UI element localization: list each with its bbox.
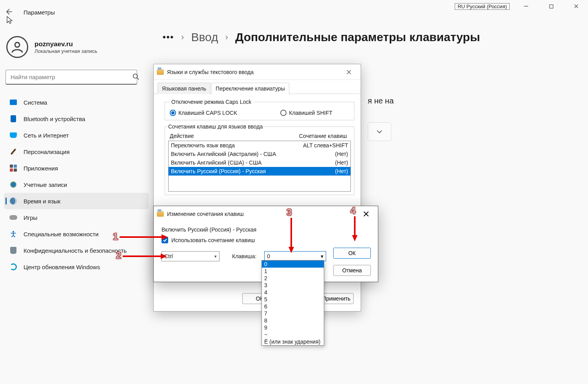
radio-icon (170, 110, 176, 116)
sidebar-item-label: Сеть и Интернет (24, 132, 69, 139)
tab-language-bar[interactable]: Языковая панель (158, 83, 211, 94)
use-hotkey-checkbox[interactable]: Использовать сочетание клавиш (162, 237, 370, 243)
hotkey-row-selected[interactable]: Включить Русский (Россия) - Русская(Нет) (169, 167, 350, 176)
sidebar-item-label: Специальные возможности (24, 231, 99, 237)
sidebar-item-label: Время и язык (24, 198, 60, 205)
annotation-number-4: 4 (350, 205, 356, 216)
svg-point-5 (15, 42, 20, 47)
sidebar-item-label: Учетные записи (24, 181, 67, 188)
sidebar-item-system[interactable]: Система (4, 94, 149, 110)
chevron-down-icon: ▾ (321, 253, 323, 259)
modifier-combobox[interactable]: Ctrl ▾ (162, 251, 220, 261)
svg-marker-14 (162, 234, 168, 240)
annotation-arrow-icon (287, 216, 295, 254)
sidebar-item-label: Bluetooth и устройства (24, 116, 85, 122)
search-input[interactable] (5, 70, 137, 85)
dropdown-option[interactable]: 6 (262, 303, 324, 310)
sidebar-item-windows-update[interactable]: Центр обновления Windows (4, 259, 149, 275)
brush-icon (9, 148, 17, 156)
hotkeys-legend: Сочетания клавиш для языков ввода (168, 123, 263, 130)
svg-point-6 (133, 74, 138, 78)
dialog1-apply-button[interactable]: Применить (319, 293, 354, 304)
key-dropdown-list[interactable]: 0 1 2 3 4 5 6 7 8 9 ~ Ё (или знак ударен… (261, 260, 324, 346)
hotkey-row[interactable]: Включить Английский (Австралия) - США(Не… (169, 150, 350, 158)
dropdown-option[interactable]: 3 (262, 282, 324, 289)
close-button[interactable] (358, 208, 375, 220)
dropdown-option[interactable]: 2 (262, 275, 324, 282)
sidebar-item-time-language[interactable]: Время и язык (4, 193, 149, 209)
sidebar-item-label: Система (24, 99, 47, 106)
dialog2-cancel-button[interactable]: Отмена (333, 265, 371, 276)
close-button[interactable] (340, 66, 358, 78)
svg-marker-18 (289, 247, 294, 253)
dialog2-ok-button[interactable]: ОК (333, 248, 371, 259)
breadcrumb-link-typing[interactable]: Ввод (191, 31, 218, 44)
minimize-button[interactable] (517, 1, 535, 12)
hotkey-row[interactable]: Включить Английский (США) - США(Нет) (169, 158, 350, 167)
expander-button[interactable] (368, 122, 391, 141)
dialog-title: Языки и службы текстового ввода (167, 69, 254, 75)
language-indicator[interactable]: RU Русский (Россия) (455, 3, 510, 10)
account-icon (9, 181, 17, 188)
dialog2-subtitle: Включить Русский (Россия) - Русская (162, 226, 370, 233)
sidebar-item-label: Персонализация (24, 149, 70, 155)
chevron-right-icon: › (181, 32, 184, 42)
dropdown-option[interactable]: 5 (262, 296, 324, 303)
annotation-number-3: 3 (287, 207, 292, 218)
column-action: Действие (170, 133, 283, 139)
column-hotkey: Сочетание клавиш (283, 133, 349, 139)
sidebar-item-apps[interactable]: Приложения (4, 160, 149, 176)
dropdown-option[interactable]: 7 (262, 310, 324, 317)
sidebar-item-bluetooth[interactable]: Bluetooth и устройства (4, 110, 149, 127)
breadcrumb-more[interactable]: ••• (163, 32, 174, 42)
hotkeys-group: Сочетания клавиш для языков ввода Действ… (165, 123, 354, 195)
gamepad-icon (9, 214, 17, 221)
radio-capslock-key[interactable]: Клавишей CAPS LOCK (170, 110, 237, 116)
update-icon (9, 263, 17, 271)
svg-marker-16 (161, 254, 167, 259)
user-subtitle: Локальная учетная запись (34, 48, 97, 54)
svg-marker-20 (352, 235, 358, 241)
svg-rect-1 (550, 5, 553, 8)
dropdown-option[interactable]: 9 (262, 324, 324, 331)
keyboard-glyph-icon (157, 69, 164, 75)
tab-keyboard-switch[interactable]: Переключение клавиатуры (211, 83, 289, 94)
svg-point-8 (13, 231, 14, 233)
breadcrumb: ••• › Ввод › Дополнительные параметры кл… (163, 31, 588, 44)
chevron-down-icon: ▾ (214, 254, 217, 259)
apps-icon (9, 164, 17, 172)
os-close-button[interactable] (568, 1, 585, 12)
radio-label: Клавишей CAPS LOCK (178, 110, 237, 116)
user-account-block[interactable]: poznyaev.ru Локальная учетная запись (4, 34, 149, 66)
sidebar-item-gaming[interactable]: Игры (4, 209, 149, 226)
dropdown-option[interactable]: 1 (262, 268, 324, 275)
dropdown-option[interactable]: 4 (262, 289, 324, 296)
accessibility-icon (9, 230, 17, 238)
annotation-arrow-icon (351, 215, 359, 242)
sidebar-item-label: Центр обновления Windows (24, 264, 100, 270)
dropdown-option[interactable]: 0 (262, 261, 324, 268)
dropdown-option[interactable]: Ё (или знак ударения) (262, 338, 324, 345)
dropdown-option[interactable]: 8 (262, 317, 324, 324)
hotkey-row[interactable]: Переключить язык вводаALT слева+SHIFT (169, 141, 350, 150)
capslock-group: Отключение режима Caps Lock Клавишей CAP… (165, 99, 354, 120)
wifi-icon (9, 131, 17, 139)
radio-shift-key[interactable]: Клавишей SHIFT (280, 110, 332, 116)
maximize-button[interactable] (543, 1, 560, 12)
hotkeys-list[interactable]: Переключить язык вводаALT слева+SHIFT Вк… (168, 141, 351, 192)
annotation-number-2: 2 (116, 250, 121, 261)
dropdown-option[interactable]: ~ (262, 331, 324, 338)
sidebar-item-label: Конфиденциальность и безопасность (24, 247, 129, 254)
page-title: Дополнительные параметры клавиатуры (235, 31, 480, 44)
capslock-legend: Отключение режима Caps Lock (170, 99, 253, 105)
sidebar-item-accounts[interactable]: Учетные записи (4, 176, 149, 193)
page-text-fragment: я не на (368, 96, 394, 105)
sidebar-item-label: Приложения (24, 165, 58, 172)
sidebar-item-network[interactable]: Сеть и Интернет (4, 127, 149, 143)
annotation-number-1: 1 (113, 231, 118, 242)
app-title: Параметры (24, 9, 55, 16)
clock-globe-icon (9, 197, 17, 205)
sidebar-item-personalization[interactable]: Персонализация (4, 143, 149, 160)
radio-icon (280, 110, 287, 116)
sidebar-item-label: Игры (24, 214, 37, 221)
